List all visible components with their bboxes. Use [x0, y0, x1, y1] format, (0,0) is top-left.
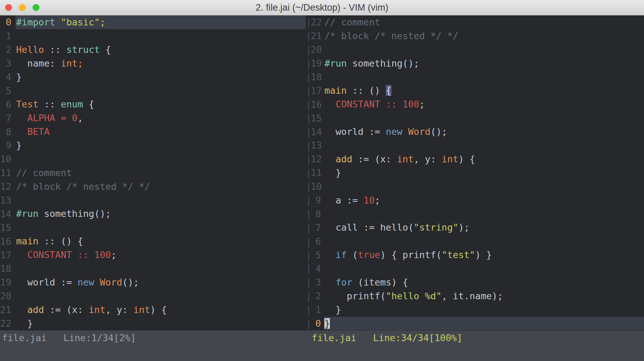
line-number: 2 [311, 291, 321, 301]
code-token: something(); [38, 208, 111, 219]
line-content [324, 262, 644, 276]
code-token: { [83, 99, 94, 109]
code-line[interactable]: |19#run something(); [306, 57, 644, 70]
code-line[interactable]: 17 CONSTANT :: 100; [0, 248, 306, 262]
code-line[interactable]: |18 [306, 70, 644, 84]
code-line[interactable]: |22// comment [306, 15, 644, 29]
code-token [403, 126, 408, 137]
code-line[interactable]: |7 call := hello("string"); [306, 221, 644, 234]
code-line[interactable]: 12/* block /* nested */ */ [0, 180, 306, 194]
line-number: 0 [311, 318, 321, 329]
code-line[interactable]: 7 ALPHA = 0, [0, 111, 306, 125]
code-line[interactable]: |14 world := new Word(); [306, 125, 644, 139]
line-content: Hello :: struct { [15, 43, 306, 57]
code-line[interactable]: |17main :: () { [306, 84, 644, 97]
code-token: , y: [105, 304, 133, 315]
code-line[interactable]: 18 [0, 262, 306, 276]
code-line[interactable]: |15 [306, 111, 644, 125]
line-content: a := 10; [324, 194, 644, 207]
code-line[interactable]: |20 [306, 43, 644, 57]
code-token [94, 277, 100, 288]
code-line[interactable]: |2 printf("hello %d", it.name); [306, 289, 644, 303]
code-line[interactable]: 19 world := new Word(); [0, 276, 306, 289]
code-line[interactable]: |6 [306, 234, 644, 248]
code-line[interactable]: 4} [0, 70, 306, 84]
line-number: 3 [311, 277, 321, 288]
code-line[interactable]: 21 add := (x: int, y: int) { [0, 303, 306, 317]
line-content: /* block /* nested */ */ [324, 29, 644, 43]
code-line[interactable]: 11// comment [0, 166, 306, 180]
code-line[interactable]: 15 [0, 221, 306, 234]
code-token: { [386, 85, 391, 96]
code-token: } [324, 304, 341, 315]
code-line[interactable]: 13 [0, 194, 306, 207]
code-line[interactable]: 10 [0, 152, 306, 166]
code-token: "hello %d" [386, 291, 442, 301]
code-token: // comment [324, 17, 380, 27]
code-line[interactable]: |5 if (true) { printf("test") } [306, 248, 644, 262]
code-line[interactable]: 3 name: int; [0, 57, 306, 70]
split-divider-glyph: | [306, 154, 311, 164]
code-token: ( [347, 249, 358, 260]
line-content [15, 152, 306, 166]
code-token: world := [324, 126, 386, 137]
code-line[interactable]: |21/* block /* nested */ */ [306, 29, 644, 43]
line-content: for (items) { [324, 276, 644, 289]
code-token: , y: [414, 154, 441, 164]
line-content: } [324, 303, 644, 317]
line-number: 9 [311, 195, 321, 206]
pane-right[interactable]: |22// comment|21/* block /* nested */ */… [306, 15, 644, 330]
code-line[interactable]: |10 [306, 180, 644, 194]
split-divider-glyph: | [306, 44, 311, 55]
split-divider-glyph: | [306, 263, 311, 274]
code-line[interactable]: |4 [306, 262, 644, 276]
line-number: 15 [0, 222, 11, 233]
code-line[interactable]: |0} [306, 317, 644, 330]
code-line[interactable]: 14#run something(); [0, 207, 306, 221]
code-line[interactable]: 2Hello :: struct { [0, 43, 306, 57]
code-line[interactable]: 9} [0, 139, 306, 152]
code-line[interactable]: 20 [0, 289, 306, 303]
status-bar: file.jai Line:1/34[2%] file.jai Line:34/… [0, 330, 644, 361]
split-divider-glyph: | [306, 72, 311, 82]
code-line[interactable]: 0#import "basic"; [0, 15, 306, 29]
code-line[interactable]: 16main :: () { [0, 234, 306, 248]
code-line[interactable]: |8 [306, 207, 644, 221]
code-token: something(); [347, 58, 419, 69]
code-line[interactable]: 8 BETA [0, 125, 306, 139]
code-token: Word [408, 126, 430, 137]
code-line[interactable]: 6Test :: enum { [0, 97, 306, 111]
code-token: add [336, 154, 353, 164]
line-content: CONSTANT :: 100; [15, 248, 306, 262]
line-number: 19 [311, 58, 321, 69]
code-token: ) { printf( [380, 249, 442, 260]
split-divider-glyph: | [306, 236, 311, 247]
line-content: world := new Word(); [15, 276, 306, 289]
code-line[interactable]: |1 } [306, 303, 644, 317]
code-token: "test" [441, 249, 475, 260]
line-content [15, 262, 306, 276]
line-content: // comment [324, 15, 644, 29]
code-token [16, 126, 27, 137]
split-divider-glyph: | [306, 181, 311, 192]
line-number: 14 [0, 209, 11, 219]
split-divider-glyph: | [306, 209, 311, 219]
code-line[interactable]: 1 [0, 29, 306, 43]
code-token: } [324, 318, 330, 329]
pane-left[interactable]: 0#import "basic";12Hello :: struct {3 na… [0, 15, 306, 330]
code-line[interactable]: |3 for (items) { [306, 276, 644, 289]
titlebar[interactable]: 2. file.jai (~/Desktop) - VIM (vim) [0, 0, 644, 15]
line-content: CONSTANT :: 100; [324, 97, 644, 111]
code-line[interactable]: 22 } [0, 317, 306, 330]
line-number: 16 [311, 99, 321, 110]
code-token: } [324, 167, 341, 178]
code-line[interactable]: 5 [0, 84, 306, 97]
code-line[interactable]: |9 a := 10; [306, 194, 644, 207]
code-line[interactable]: |16 CONSTANT :: 100; [306, 97, 644, 111]
line-content [15, 84, 306, 97]
code-line[interactable]: |13 [306, 139, 644, 152]
code-token: enum [61, 99, 83, 109]
split-divider-glyph: | [306, 113, 311, 124]
code-line[interactable]: |12 add := (x: int, y: int) { [306, 152, 644, 166]
code-line[interactable]: |11 } [306, 166, 644, 180]
